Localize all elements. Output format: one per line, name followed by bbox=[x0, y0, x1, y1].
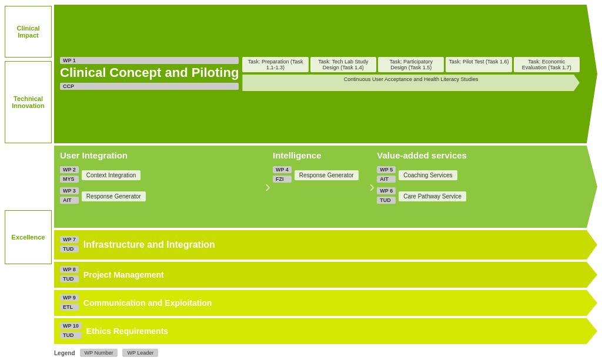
legend-wp-leader: WP Leader bbox=[122, 349, 158, 357]
clinical-section: WP 1 Clinical Concept and Piloting CCP T… bbox=[54, 5, 597, 143]
fzi-badge: FZI bbox=[273, 176, 292, 183]
tech-section: User Integration WP 2 MYS Context Integr… bbox=[54, 146, 597, 228]
task-1: Task: Preparation (Task 1.1-1.3) bbox=[242, 57, 308, 72]
legend-label: Legend bbox=[54, 350, 75, 356]
user-integration-col: User Integration WP 2 MYS Context Integr… bbox=[60, 150, 263, 223]
wp4-badge: WP 4 bbox=[273, 166, 292, 173]
pm-wp-labels: WP 8 TUD bbox=[60, 266, 79, 284]
infrastructure-section: WP 7 TUD Infrastructure and Integration bbox=[54, 230, 597, 259]
wp5-badge: WP 5 bbox=[377, 166, 396, 173]
chevron1: › bbox=[265, 150, 270, 223]
wp6-labels: WP 6 TUD bbox=[377, 187, 396, 205]
comm-wp-labels: WP 9 ETL bbox=[60, 294, 79, 312]
wp5-item: WP 5 AIT Coaching Services bbox=[377, 166, 580, 184]
context-integration-box: Context Integration bbox=[82, 170, 141, 180]
etl-badge: ETL bbox=[60, 304, 79, 311]
communication-section: WP 9 ETL Communication and Exploitation bbox=[54, 290, 597, 316]
infra-tud-badge: TUD bbox=[60, 245, 79, 252]
tud-badge-va: TUD bbox=[377, 197, 396, 204]
task-5: Task: Economic Evaluation (Task 1.7) bbox=[514, 57, 580, 72]
wp5-labels: WP 5 AIT bbox=[377, 166, 396, 184]
ccp-badge: CCP bbox=[60, 83, 239, 90]
technical-innovation-spacer: Technical Innovation bbox=[5, 60, 52, 147]
wp9-badge: WP 9 bbox=[60, 294, 79, 301]
pm-spacer bbox=[5, 182, 52, 208]
infrastructure-title: Infrastructure and Integration bbox=[83, 240, 215, 250]
infra-spacer bbox=[5, 149, 52, 180]
legend-wp-number: WP Number bbox=[80, 349, 118, 357]
legend-wp-leader-badge: WP Leader bbox=[122, 349, 158, 357]
legend-row: Legend WP Number WP Leader bbox=[54, 346, 597, 359]
wp6-badge: WP 6 bbox=[377, 187, 396, 194]
wp6-item: WP 6 TUD Care Pathway Service bbox=[377, 187, 580, 205]
left-labels: Clinical Impact Technical Innovation Exc… bbox=[5, 5, 52, 359]
response-gen-intel-box: Response Generator bbox=[295, 170, 359, 180]
clinical-title: Clinical Concept and Piloting bbox=[60, 65, 239, 80]
intelligence-title: Intelligence bbox=[273, 150, 367, 160]
wp8-badge: WP 8 bbox=[60, 266, 79, 273]
task-boxes: Task: Preparation (Task 1.1-1.3) Task: T… bbox=[242, 57, 580, 72]
ait-badge-ui: AIT bbox=[60, 197, 79, 204]
wp4-item: WP 4 FZI Response Generator bbox=[273, 166, 367, 184]
project-mgmt-title: Project Management bbox=[83, 270, 164, 279]
wp10-badge: WP 10 bbox=[60, 322, 82, 329]
wp7-badge: WP 7 bbox=[60, 236, 79, 243]
value-added-title: Value-added services bbox=[377, 150, 580, 160]
project-mgmt-section: WP 8 TUD Project Management bbox=[54, 262, 597, 288]
excellence-label: Excellence bbox=[5, 210, 52, 264]
clinical-impact-label: Clinical Impact bbox=[5, 6, 52, 58]
continuous-bar: Continuous User Acceptance and Health Li… bbox=[242, 75, 580, 91]
coaching-services-box: Coaching Services bbox=[399, 170, 457, 180]
legend-wp-number-badge: WP Number bbox=[80, 349, 118, 357]
ethics-section: WP 10 TUD Ethics Requirements bbox=[54, 318, 597, 344]
wp4-labels: WP 4 FZI bbox=[273, 166, 292, 184]
wp2-item: WP 2 MYS Context Integration bbox=[60, 166, 263, 184]
care-pathway-box: Care Pathway Service bbox=[399, 191, 466, 201]
task-3: Task: Participatory Design (Task 1.5) bbox=[378, 57, 444, 72]
clinical-top: WP 1 Clinical Concept and Piloting CCP T… bbox=[60, 57, 580, 91]
wp1-badge: WP 1 bbox=[60, 57, 239, 64]
mys-badge: MYS bbox=[60, 176, 79, 183]
chevron2: › bbox=[369, 150, 374, 223]
ethics-wp-labels: WP 10 TUD bbox=[60, 322, 82, 340]
wp3-labels: WP 3 AIT bbox=[60, 187, 79, 205]
infra-wp-labels: WP 7 TUD bbox=[60, 236, 79, 254]
ait-badge-va: AIT bbox=[377, 176, 396, 183]
task-2: Task: Tech Lab Study Design (Task 1.4) bbox=[310, 57, 376, 72]
ethics-tud-badge: TUD bbox=[60, 332, 82, 339]
clinical-left: WP 1 Clinical Concept and Piloting CCP bbox=[60, 57, 239, 91]
technical-innovation-label: Technical Innovation bbox=[5, 61, 52, 143]
wp3-badge: WP 3 bbox=[60, 187, 79, 194]
tech-inner: User Integration WP 2 MYS Context Integr… bbox=[60, 150, 580, 223]
clinical-right: Task: Preparation (Task 1.1-1.3) Task: T… bbox=[242, 57, 580, 91]
pm-tud-badge: TUD bbox=[60, 275, 79, 282]
main-container: Clinical Impact Technical Innovation Exc… bbox=[0, 0, 602, 364]
communication-title: Communication and Exploitation bbox=[83, 298, 212, 308]
intelligence-col: Intelligence WP 4 FZI Response Generator bbox=[273, 150, 367, 223]
wp3-item: WP 3 AIT Response Generator bbox=[60, 187, 263, 205]
wp2-badge: WP 2 bbox=[60, 166, 79, 173]
user-integration-title: User Integration bbox=[60, 150, 263, 160]
right-content: WP 1 Clinical Concept and Piloting CCP T… bbox=[54, 5, 597, 359]
task-4: Task: Pilot Test (Task 1.6) bbox=[446, 57, 511, 72]
ethics-title: Ethics Requirements bbox=[86, 326, 168, 336]
response-gen-ui-box: Response Generator bbox=[82, 191, 146, 201]
clinical-inner: WP 1 Clinical Concept and Piloting CCP T… bbox=[60, 57, 580, 91]
wp2-labels: WP 2 MYS bbox=[60, 166, 79, 184]
value-added-col: Value-added services WP 5 AIT Coaching S… bbox=[377, 150, 580, 223]
